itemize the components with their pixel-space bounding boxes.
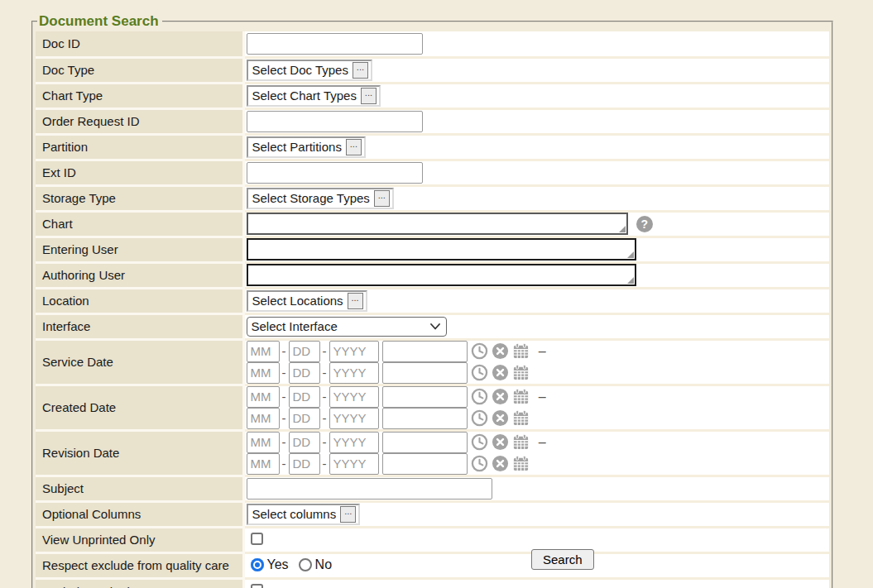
revision-date-from-month-input[interactable] [247,432,280,453]
revision-date-to-month-input[interactable] [247,453,280,475]
optional-columns-picker[interactable]: Select columns ... [247,504,361,525]
entering-user-textarea[interactable] [247,238,636,261]
date-separator: - [323,366,327,380]
storage-type-picker-label: Select Storage Types [252,191,370,205]
service-date-from-time-input[interactable] [382,341,468,362]
clock-icon[interactable] [471,455,488,472]
service-date-from-year-input[interactable] [329,341,379,362]
location-browse-button[interactable]: ... [348,293,363,309]
exclude-locked-label: Exclude Locked Documents [36,578,243,588]
view-unprinted-only-checkbox[interactable] [251,533,263,545]
doc-type-picker[interactable]: Select Doc Types ... [247,60,372,81]
date-separator: - [323,411,327,425]
revision-date-from-day-input[interactable] [289,432,320,453]
created-date-to-month-input[interactable] [247,408,280,429]
calendar-icon[interactable] [512,409,530,427]
clear-icon[interactable] [492,455,509,472]
clock-icon[interactable] [471,342,488,360]
date-separator: - [282,366,286,380]
document-search-form: Document Search Doc ID Doc Type Select D… [31,13,833,588]
created-date-from-month-input[interactable] [247,386,280,408]
created-date-from-time-input[interactable] [382,386,468,408]
revision-date-to-day-input[interactable] [289,453,320,475]
doc-id-label: Doc ID [36,31,243,57]
partition-browse-button[interactable]: ... [346,139,362,155]
calendar-icon[interactable] [512,364,530,381]
partition-picker[interactable]: Select Partitions ... [247,136,366,158]
calendar-icon[interactable] [512,455,530,472]
doc-type-label: Doc Type [36,57,243,83]
service-date-from-month-input[interactable] [247,341,280,362]
ext-id-input[interactable] [247,162,423,184]
row-doc-type: Doc Type Select Doc Types ... [36,57,829,83]
service-date-to-day-input[interactable] [289,362,320,384]
created-date-to-day-input[interactable] [289,408,320,429]
row-doc-id: Doc ID [36,31,829,57]
date-separator: - [323,457,327,471]
created-date-to-year-input[interactable] [329,408,379,429]
created-date-to-time-input[interactable] [382,408,468,429]
date-separator: - [323,435,327,449]
calendar-icon[interactable] [512,388,530,405]
clear-icon[interactable] [492,409,509,427]
subject-label: Subject [36,476,243,501]
row-exclude-locked: Exclude Locked Documents [36,578,829,588]
row-location: Location Select Locations ... [36,288,829,313]
service-date-to-time-input[interactable] [382,362,468,384]
clock-icon[interactable] [471,364,488,381]
location-picker-label: Select Locations [252,294,343,308]
service-date-from-day-input[interactable] [289,341,320,362]
storage-type-picker[interactable]: Select Storage Types ... [247,188,394,209]
clear-icon[interactable] [492,433,509,451]
row-authoring-user: Authoring User [36,262,829,288]
clock-icon[interactable] [471,388,488,405]
chart-type-picker[interactable]: Select Chart Types ... [247,85,381,107]
subject-input[interactable] [247,478,492,500]
form-title: Document Search [37,13,162,30]
location-picker[interactable]: Select Locations ... [247,290,367,312]
partition-label: Partition [36,134,243,160]
storage-type-browse-button[interactable]: ... [374,190,390,207]
order-request-id-input[interactable] [247,111,423,132]
doc-id-input[interactable] [247,33,423,55]
date-range-dash: – [539,390,546,404]
search-button[interactable]: Search [531,549,594,570]
chart-type-browse-button[interactable]: ... [361,88,377,104]
interface-select[interactable]: Select Interface [247,317,447,337]
doc-type-picker-label: Select Doc Types [252,63,348,77]
clear-icon[interactable] [492,342,509,360]
chart-type-label: Chart Type [36,83,243,108]
ext-id-label: Ext ID [36,160,243,185]
revision-date-from-group: -- [247,432,530,453]
created-date-from-year-input[interactable] [329,386,379,408]
row-service-date: Service Date -- – -- [36,339,829,385]
clock-icon[interactable] [471,433,488,451]
help-icon[interactable]: ? [636,216,653,232]
resize-grip-icon[interactable] [627,277,634,284]
calendar-icon[interactable] [512,433,530,451]
revision-date-from-year-input[interactable] [329,432,379,453]
resize-grip-icon[interactable] [619,226,626,232]
created-date-to-group: -- [247,408,530,429]
clock-icon[interactable] [471,409,488,427]
clear-icon[interactable] [492,364,509,381]
partition-picker-label: Select Partitions [252,140,342,154]
resize-grip-icon[interactable] [627,251,634,258]
calendar-icon[interactable] [512,342,530,360]
authoring-user-label: Authoring User [36,262,243,288]
chart-textarea[interactable] [247,213,628,235]
revision-date-to-time-input[interactable] [382,453,468,475]
revision-date-to-year-input[interactable] [329,453,379,475]
service-date-to-group: -- [247,362,530,384]
storage-type-label: Storage Type [36,185,243,211]
service-date-to-year-input[interactable] [329,362,379,384]
created-date-from-day-input[interactable] [289,386,320,408]
created-date-from-group: -- [247,386,530,408]
clear-icon[interactable] [492,388,509,405]
revision-date-from-time-input[interactable] [382,432,468,453]
optional-columns-browse-button[interactable]: ... [340,506,356,523]
doc-type-browse-button[interactable]: ... [353,62,368,79]
authoring-user-textarea[interactable] [247,264,636,286]
exclude-locked-checkbox[interactable] [251,584,263,588]
service-date-to-month-input[interactable] [247,362,280,384]
